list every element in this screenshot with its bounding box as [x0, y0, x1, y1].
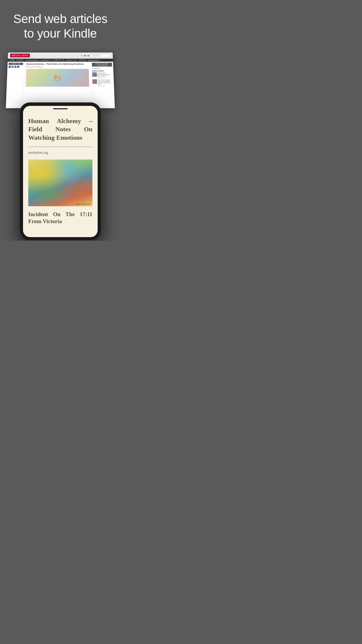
browser-toolbar: MEDIA LENS f t ▶ ◉ SEARCH...: [8, 52, 113, 59]
recent-alerts-heading: RECENT ALERTS: [92, 70, 112, 72]
alert-text-1: The Shaving Kit – Manufacturing The Juli…: [97, 72, 113, 78]
browser-content: SHARE THIS Human Alchemy – Field Notes O…: [6, 62, 115, 101]
nav-home[interactable]: HOME: [9, 59, 15, 61]
alert-item-1: The Shaving Kit – Manufacturing The Juli…: [92, 72, 113, 78]
nav-contact[interactable]: CONTACT US: [53, 59, 65, 61]
logo-lens: LENS: [21, 54, 28, 57]
subscribe-checkbox[interactable]: ☐ Subscribe: [92, 67, 112, 69]
phone-top-bar: [23, 106, 98, 111]
twitter-share-icon[interactable]: [11, 66, 14, 68]
kindle-divider: [28, 147, 92, 147]
kindle-content: Human Alchemy – Field Notes On Watching …: [23, 111, 98, 231]
alert-text-2: Buried In Broad Daylight – The 'Free Pre…: [97, 79, 113, 86]
alert-thumb-2: [92, 79, 97, 83]
browser-sidebar-right: SIGN UP FOR FREE COGITATIONS ☐ Subscribe…: [90, 62, 115, 101]
rss-icon: ◉: [87, 54, 89, 57]
hero-line1: Send web articles: [13, 12, 107, 26]
twitter-icon: t: [83, 54, 83, 57]
nav-donate[interactable]: DONATE: [79, 59, 86, 61]
kindle-next-article-title: Incident On The 17:11 From Victoria: [28, 211, 92, 225]
linkedin-share-icon[interactable]: [17, 66, 19, 68]
kindle-article-title: Human Alchemy – Field Notes On Watching …: [28, 117, 92, 142]
social-icons: f t ▶ ◉: [81, 54, 89, 57]
signup-label: SIGN UP FOR FREE COGITATIONS: [92, 63, 112, 66]
browser-search-input[interactable]: SEARCH...: [91, 54, 111, 57]
phone-speaker: [53, 108, 68, 109]
browser-area: MEDIA LENS f t ▶ ◉ SEARCH... HOME ALERTS…: [0, 50, 121, 108]
alert-thumb-1: [92, 72, 97, 77]
browser-article: Human Alchemy – Field Notes On Watching …: [24, 62, 92, 101]
email-share-icon[interactable]: [14, 66, 17, 68]
medialens-logo: MEDIA LENS: [10, 54, 30, 57]
phone-device: Human Alchemy – Field Notes On Watching …: [20, 102, 101, 241]
phone-screen: Human Alchemy – Field Notes On Watching …: [23, 106, 98, 237]
nav-bookshop[interactable]: BOOKSHOP ▾: [88, 59, 100, 61]
phone-outer: Human Alchemy – Field Notes On Watching …: [20, 102, 101, 241]
youtube-icon: ▶: [85, 54, 86, 57]
kindle-image-art: [28, 160, 92, 206]
nav-alerts[interactable]: ALERTS: [16, 59, 23, 61]
browser-article-title: Human Alchemy – Field Notes On Watching …: [26, 63, 89, 66]
alert-item-2: Buried In Broad Daylight – The 'Free Pre…: [92, 79, 113, 86]
kindle-article-image: Dave Simmonds: [28, 160, 92, 206]
nav-interact[interactable]: INTERACT ▾: [41, 59, 51, 61]
logo-media: MEDIA: [11, 54, 20, 57]
kindle-source: medialens.org: [28, 150, 92, 155]
share-this-label: SHARE THIS: [9, 63, 23, 65]
facebook-share-icon[interactable]: [8, 66, 11, 68]
hero-text: Send web articles to your Kindle: [4, 0, 116, 47]
facebook-icon: f: [81, 54, 82, 57]
share-icons: [8, 66, 23, 68]
browser-article-image: 🎨: [26, 69, 89, 87]
kindle-image-credit: Dave Simmonds: [76, 203, 91, 205]
nav-cogitations[interactable]: COGITATIONS ▾: [25, 59, 39, 61]
browser-sidebar-left: SHARE THIS: [6, 62, 24, 101]
hero-line2: to your Kindle: [24, 27, 97, 40]
nav-about[interactable]: ABOUT US ▾: [66, 59, 77, 61]
browser-article-meta: 30th May 2019 Cogitations: [26, 66, 89, 68]
browser-nav: HOME ALERTS COGITATIONS ▾ INTERACT ▾ CON…: [8, 59, 113, 62]
browser-window: MEDIA LENS f t ▶ ◉ SEARCH... HOME ALERTS…: [6, 52, 115, 108]
phone-bottom: [23, 231, 98, 237]
